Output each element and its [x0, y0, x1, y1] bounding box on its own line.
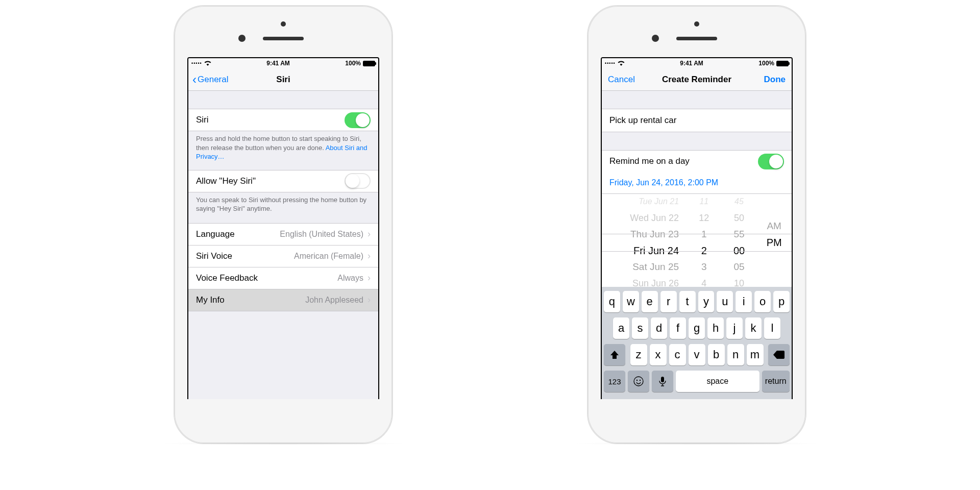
siri-toggle-label: Siri [196, 115, 345, 125]
language-cell[interactable]: Language English (United States) › [188, 223, 378, 246]
screen: ••••• 9:41 AM 100% Cancel Create Reminde… [601, 57, 793, 399]
hey-siri-switch[interactable] [345, 173, 371, 189]
key-s[interactable]: s [632, 317, 648, 339]
my-info-cell[interactable]: My Info John Appleseed › [188, 289, 378, 311]
status-time: 9:41 AM [266, 60, 290, 67]
return-key[interactable]: return [762, 371, 790, 392]
status-time: 9:41 AM [680, 60, 703, 67]
key-z[interactable]: z [630, 344, 647, 365]
keyboard-row-4: 123 space return [604, 371, 790, 392]
siri-voice-cell[interactable]: Siri Voice American (Female) › [188, 245, 378, 267]
keyboard[interactable]: qwertyuiop asdfghjkl zxcvbnm 123 space r… [602, 287, 792, 399]
key-u[interactable]: u [717, 291, 733, 312]
key-i[interactable]: i [736, 291, 752, 312]
svg-rect-3 [661, 377, 664, 382]
datetime-picker[interactable]: Tue Jun 21 Wed Jun 22 Thu Jun 23 Fri Jun… [602, 194, 792, 291]
svg-point-0 [634, 377, 643, 386]
nav-title: Siri [276, 75, 290, 85]
chevron-back-icon: ‹ [192, 74, 197, 86]
language-label: Language [196, 229, 280, 239]
key-n[interactable]: n [727, 344, 744, 365]
key-w[interactable]: w [623, 291, 639, 312]
battery-percent: 100% [345, 60, 361, 67]
phone-camera [281, 21, 286, 27]
wifi-icon [618, 61, 625, 66]
emoji-key[interactable] [628, 371, 649, 392]
key-p[interactable]: p [773, 291, 790, 312]
key-o[interactable]: o [754, 291, 771, 312]
hey-siri-footer: You can speak to Siri without pressing t… [188, 192, 378, 217]
siri-voice-label: Siri Voice [196, 251, 294, 261]
shift-key[interactable] [604, 344, 625, 365]
signal-icon: ••••• [605, 61, 616, 66]
svg-point-1 [636, 380, 638, 381]
voice-feedback-label: Voice Feedback [196, 273, 337, 283]
key-f[interactable]: f [670, 317, 686, 339]
key-l[interactable]: l [764, 317, 780, 339]
key-x[interactable]: x [650, 344, 667, 365]
key-a[interactable]: a [613, 317, 629, 339]
key-k[interactable]: k [745, 317, 762, 339]
key-m[interactable]: m [747, 344, 764, 365]
mic-key[interactable] [652, 371, 673, 392]
phone-speaker [263, 37, 304, 40]
battery-icon [363, 61, 375, 66]
chevron-right-icon: › [368, 251, 371, 261]
hey-siri-toggle-cell[interactable]: Allow "Hey Siri" [188, 170, 378, 192]
nav-back-button[interactable]: ‹ General [192, 74, 228, 86]
done-button[interactable]: Done [764, 75, 786, 85]
nav-back-label: General [198, 75, 228, 85]
siri-voice-value: American (Female) [294, 252, 363, 261]
svg-point-2 [640, 380, 641, 381]
key-g[interactable]: g [689, 317, 705, 339]
remind-day-label: Remind me on a day [609, 156, 758, 166]
siri-footer: Press and hold the home button to start … [188, 131, 378, 165]
picker-ampm-column[interactable]: AM PM [756, 194, 792, 290]
phone-siri-settings: ••••• 9:41 AM 100% ‹ General Siri Siri P… [174, 5, 393, 444]
voice-feedback-cell[interactable]: Voice Feedback Always › [188, 267, 378, 289]
key-y[interactable]: y [698, 291, 715, 312]
keyboard-row-2: asdfghjkl [604, 317, 790, 339]
status-bar: ••••• 9:41 AM 100% [602, 58, 792, 68]
battery-percent: 100% [758, 60, 774, 67]
my-info-value: John Appleseed [305, 296, 363, 305]
screen: ••••• 9:41 AM 100% ‹ General Siri Siri P… [187, 57, 379, 399]
voice-feedback-value: Always [337, 274, 363, 283]
remind-day-switch[interactable] [758, 154, 784, 169]
key-c[interactable]: c [669, 344, 686, 365]
numbers-key[interactable]: 123 [604, 371, 625, 392]
my-info-label: My Info [196, 295, 305, 305]
reminder-title-input[interactable]: Pick up rental car [602, 109, 792, 132]
keyboard-row-3: zxcvbnm [604, 344, 790, 365]
wifi-icon [204, 61, 211, 66]
key-h[interactable]: h [707, 317, 724, 339]
reminder-date-display[interactable]: Friday, Jun 24, 2016, 2:00 PM [602, 172, 792, 194]
chevron-right-icon: › [368, 229, 371, 239]
key-t[interactable]: t [679, 291, 696, 312]
picker-hour-column[interactable]: 11 12 1 2 3 4 [687, 194, 722, 290]
key-j[interactable]: j [726, 317, 743, 339]
chevron-right-icon: › [368, 295, 371, 305]
key-v[interactable]: v [689, 344, 705, 365]
picker-date-column[interactable]: Tue Jun 21 Wed Jun 22 Thu Jun 23 Fri Jun… [602, 194, 687, 290]
nav-bar: Cancel Create Reminder Done [602, 68, 792, 91]
key-d[interactable]: d [651, 317, 667, 339]
phone-speaker [676, 37, 717, 40]
key-b[interactable]: b [708, 344, 725, 365]
cancel-button[interactable]: Cancel [608, 75, 635, 85]
remind-day-toggle-cell[interactable]: Remind me on a day [602, 150, 792, 173]
nav-title: Create Reminder [662, 75, 731, 85]
backspace-key[interactable] [768, 344, 790, 365]
picker-minute-column[interactable]: 45 50 55 00 05 10 [722, 194, 757, 290]
key-q[interactable]: q [604, 291, 620, 312]
siri-switch[interactable] [345, 112, 371, 128]
siri-toggle-cell[interactable]: Siri [188, 109, 378, 131]
phone-sensor [238, 35, 246, 42]
key-e[interactable]: e [642, 291, 658, 312]
nav-bar: ‹ General Siri [188, 68, 378, 91]
phone-sensor [652, 35, 659, 42]
chevron-right-icon: › [368, 273, 371, 283]
key-r[interactable]: r [660, 291, 677, 312]
space-key[interactable]: space [676, 371, 760, 392]
status-bar: ••••• 9:41 AM 100% [188, 58, 378, 68]
